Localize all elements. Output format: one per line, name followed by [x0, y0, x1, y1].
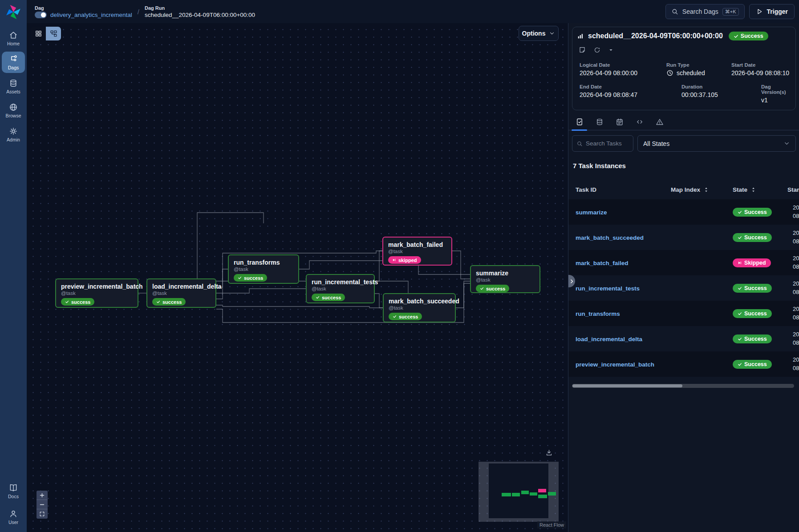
task-node-title: run_transforms: [234, 259, 293, 266]
clear-run-button[interactable]: [594, 47, 600, 53]
docs-icon: [9, 484, 18, 492]
task-node-mark_batch_failed[interactable]: mark_batch_failed @task skipped: [382, 237, 452, 266]
table-row: mark_batch_failed Skipped 2026-008:08:: [568, 250, 799, 275]
check-icon: [738, 337, 742, 341]
table-row: run_transforms Success 2026-008:08:: [568, 301, 799, 326]
download-icon: [545, 449, 553, 456]
minimap-node-mark: [502, 493, 511, 496]
task-instances-icon: [576, 118, 584, 126]
table-row: preview_incremental_batch Success 2026-0…: [568, 351, 799, 377]
scrollbar-thumb[interactable]: [572, 384, 682, 387]
run-field-duration: Duration 00:00:37.105: [681, 84, 761, 104]
task-node-title: mark_batch_failed: [388, 241, 446, 248]
run-status-badge: Success: [729, 32, 768, 40]
task-id-link[interactable]: load_incremental_delta: [576, 336, 642, 343]
task-state-badge: success: [389, 313, 422, 320]
sort-state-button[interactable]: [750, 186, 757, 193]
sidebar-item-browse[interactable]: Browse: [2, 100, 25, 121]
task-node-run_incremental_tests[interactable]: run_incremental_tests @task success: [306, 274, 375, 303]
sidebar-item-assets[interactable]: Assets: [2, 76, 25, 97]
sidebar-item-user[interactable]: User: [2, 506, 25, 528]
dag-name-link[interactable]: delivery_analytics_incremental: [50, 12, 132, 18]
task-decorator: @task: [312, 286, 369, 291]
minimap-node-mark: [521, 491, 529, 494]
topbar: Dag delivery_analytics_incremental / Dag…: [27, 0, 799, 23]
grid-view-button[interactable]: [31, 27, 46, 40]
zoom-in-button[interactable]: [37, 491, 48, 500]
task-state-badge: skipped: [388, 256, 421, 264]
check-icon: [738, 362, 742, 367]
airflow-logo-icon[interactable]: [0, 0, 27, 24]
col-task-id: Task ID: [576, 186, 671, 193]
state-badge: Success: [733, 233, 772, 242]
task-id-link[interactable]: mark_batch_succeeded: [576, 234, 644, 241]
state-filter-select[interactable]: All States: [637, 135, 796, 152]
breadcrumb-separator: /: [137, 8, 140, 16]
dag-run-label: Dag Run: [145, 5, 255, 11]
sidebar-item-admin[interactable]: Admin: [2, 124, 25, 145]
task-node-mark_batch_succeeded[interactable]: mark_batch_succeeded @task success: [383, 293, 456, 322]
task-node-title: summarize: [476, 270, 535, 277]
task-node-summarize[interactable]: summarize @task success: [470, 265, 540, 293]
sort-map-index-button[interactable]: [703, 186, 710, 193]
tab-task-instances[interactable]: [569, 117, 589, 130]
chevron-down-icon: [549, 30, 555, 36]
task-search-input[interactable]: [586, 140, 624, 147]
run-actions-menu-button[interactable]: [608, 48, 613, 52]
state-badge: Success: [733, 335, 772, 343]
col-start-date: Start Date: [787, 186, 799, 193]
fit-view-button[interactable]: [37, 509, 48, 519]
options-button[interactable]: Options: [519, 26, 559, 41]
add-note-button[interactable]: [579, 46, 586, 53]
start-date-cell: 2026-008:08:: [787, 280, 799, 297]
task-id-link[interactable]: preview_incremental_batch: [576, 361, 654, 368]
tab-events[interactable]: [649, 117, 669, 130]
assets-icon: [596, 118, 604, 126]
assets-icon: [9, 79, 18, 88]
minimap-node-mark: [538, 489, 546, 492]
tab-backfills[interactable]: [609, 117, 629, 130]
browse-icon: [9, 103, 18, 112]
task-node-preview_incremental_batch[interactable]: preview_incremental_batch @task success: [55, 278, 138, 308]
col-map-index: Map Index: [671, 186, 733, 193]
task-id-link[interactable]: run_incremental_tests: [576, 285, 640, 292]
skip-icon: [392, 258, 396, 262]
content: Options preview_incremental_batch @task …: [27, 23, 799, 532]
user-icon: [9, 509, 18, 518]
task-decorator: @task: [389, 305, 450, 310]
zoom-out-button[interactable]: [37, 500, 48, 509]
note-icon: [579, 46, 586, 53]
check-icon: [393, 314, 397, 318]
check-icon: [738, 286, 742, 290]
graph-canvas[interactable]: Options preview_incremental_batch @task …: [27, 23, 568, 532]
search-shortcut-kbd: ⌘+K: [722, 8, 739, 16]
breadcrumb-dag-run: Dag Run scheduled__2026-04-09T06:00:00+0…: [145, 5, 255, 18]
sidebar-item-dags[interactable]: Dags: [2, 52, 25, 73]
main-area: Dag delivery_analytics_incremental / Dag…: [27, 0, 799, 532]
task-id-link[interactable]: run_transforms: [576, 310, 620, 317]
task-node-run_transforms[interactable]: run_transforms @task success: [228, 254, 299, 284]
state-badge: Success: [733, 208, 772, 217]
table-header-row: Task ID Map Index State Start Date: [568, 180, 799, 199]
run-summary-card: scheduled__2026-04-09T06:00:00+00:00 Suc…: [572, 27, 796, 110]
search-icon: [671, 8, 678, 15]
tab-assets[interactable]: [589, 117, 609, 130]
dag-pause-toggle[interactable]: [35, 12, 47, 18]
download-graph-button[interactable]: [545, 449, 553, 456]
caret-down-icon: [608, 48, 613, 52]
chevron-right-icon: [569, 278, 575, 284]
search-dags-button[interactable]: Search Dags ⌘+K: [665, 4, 745, 19]
graph-view-button[interactable]: [46, 27, 61, 40]
minimap-node-mark: [512, 493, 520, 496]
start-date-cell: 2026-008:08:: [787, 229, 799, 246]
task-node-load_incremental_delta[interactable]: load_incremental_delta @task success: [146, 278, 216, 308]
backfills-icon: [616, 118, 624, 126]
sidebar-item-docs[interactable]: Docs: [2, 480, 25, 502]
check-icon: [238, 276, 242, 280]
task-id-link[interactable]: mark_batch_failed: [576, 260, 629, 266]
minimap[interactable]: [479, 462, 559, 522]
task-id-link[interactable]: summarize: [576, 209, 607, 216]
sidebar-item-home[interactable]: Home: [2, 28, 25, 49]
trigger-button[interactable]: Trigger: [749, 4, 795, 19]
tab-code[interactable]: [629, 117, 649, 130]
